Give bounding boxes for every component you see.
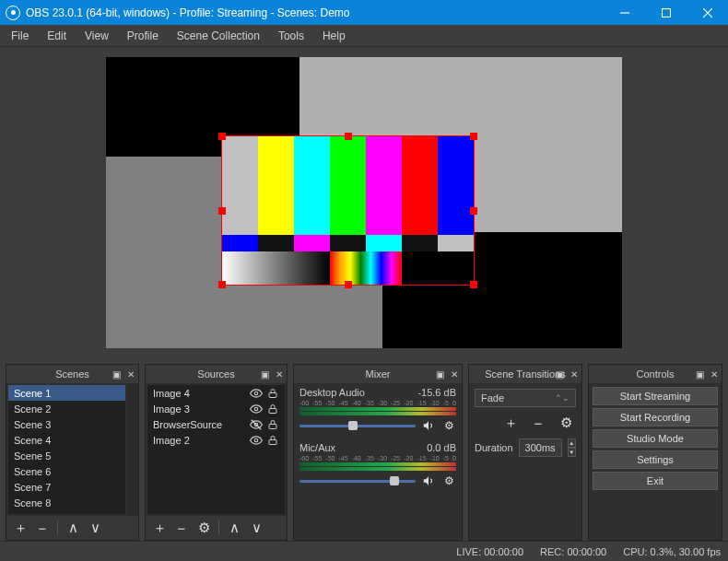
undock-icon[interactable]: ▣ xyxy=(259,368,270,380)
minimize-button[interactable] xyxy=(604,0,645,25)
spin-down-button[interactable]: ▼ xyxy=(568,448,576,457)
lock-icon[interactable] xyxy=(266,418,279,431)
eye-off-icon[interactable] xyxy=(250,418,263,431)
remove-source-button[interactable]: − xyxy=(171,518,192,538)
menu-view[interactable]: View xyxy=(76,25,118,46)
speaker-icon[interactable] xyxy=(421,473,436,488)
add-source-button[interactable]: ＋ xyxy=(149,518,170,538)
add-scene-button[interactable]: ＋ xyxy=(10,518,30,538)
move-source-up-button[interactable]: ∧ xyxy=(224,518,244,538)
menu-profile[interactable]: Profile xyxy=(118,25,168,46)
close-button[interactable] xyxy=(687,0,728,25)
resize-handle[interactable] xyxy=(345,133,352,140)
resize-handle[interactable] xyxy=(470,281,477,288)
control-button-settings[interactable]: Settings xyxy=(593,450,718,469)
spin-up-button[interactable]: ▲ xyxy=(568,438,576,448)
close-icon[interactable]: ✕ xyxy=(709,368,720,380)
control-button-start-recording[interactable]: Start Recording xyxy=(593,408,718,427)
control-button-studio-mode[interactable]: Studio Mode xyxy=(593,429,718,448)
test-card-icon xyxy=(222,136,474,285)
add-transition-button[interactable]: ＋ xyxy=(500,413,521,433)
source-item[interactable]: BrowserSource xyxy=(147,416,285,432)
preview-area[interactable] xyxy=(0,47,728,358)
close-icon[interactable]: ✕ xyxy=(449,368,460,380)
control-button-start-streaming[interactable]: Start Streaming xyxy=(593,387,718,405)
resize-handle[interactable] xyxy=(218,281,226,288)
move-scene-down-button[interactable]: ∨ xyxy=(85,518,105,538)
remove-transition-button[interactable]: − xyxy=(528,413,548,433)
speaker-icon[interactable] xyxy=(421,418,436,433)
menu-file[interactable]: File xyxy=(2,25,38,46)
svg-rect-5 xyxy=(269,392,276,397)
docks-row: Scenes ▣✕ Scene 1Scene 2Scene 3Scene 4Sc… xyxy=(0,358,728,541)
source-properties-button[interactable]: ⚙ xyxy=(194,518,214,538)
controls-panel: Controls ▣✕ Start StreamingStart Recordi… xyxy=(588,364,722,541)
scene-item[interactable]: Scene 7 xyxy=(8,479,125,495)
lock-icon[interactable] xyxy=(266,403,279,415)
volume-slider[interactable] xyxy=(299,425,416,427)
panel-title: Mixer xyxy=(366,368,391,380)
scene-item[interactable]: Scene 6 xyxy=(8,463,125,479)
close-icon[interactable]: ✕ xyxy=(274,368,285,380)
close-icon[interactable]: ✕ xyxy=(125,368,136,380)
menu-tools[interactable]: Tools xyxy=(269,25,313,46)
lock-icon[interactable] xyxy=(266,387,279,400)
scene-item[interactable]: Scene 2 xyxy=(8,401,125,416)
eye-icon[interactable] xyxy=(250,434,263,447)
vu-meter xyxy=(299,407,456,411)
status-cpu: CPU: 0.3%, 30.00 fps xyxy=(623,546,721,557)
transition-properties-button[interactable]: ⚙ xyxy=(556,413,576,433)
status-rec: REC: 00:00:00 xyxy=(540,546,606,557)
close-icon[interactable]: ✕ xyxy=(569,368,580,380)
resize-handle[interactable] xyxy=(470,133,477,140)
obs-app-icon xyxy=(6,6,20,20)
resize-handle[interactable] xyxy=(218,133,226,140)
status-live: LIVE: 00:00:00 xyxy=(456,546,523,557)
channel-name: Desktop Audio xyxy=(299,387,365,398)
move-scene-up-button[interactable]: ∧ xyxy=(63,518,83,538)
undock-icon[interactable]: ▣ xyxy=(111,368,122,380)
menu-edit[interactable]: Edit xyxy=(38,25,76,46)
remove-scene-button[interactable]: − xyxy=(32,518,53,538)
vu-meter xyxy=(299,462,456,466)
window-title: OBS 23.0.1 (64-bit, windows) - Profile: … xyxy=(26,6,604,19)
scene-item[interactable]: Scene 1 xyxy=(8,385,125,401)
source-item[interactable]: Image 2 xyxy=(147,432,285,448)
eye-icon[interactable] xyxy=(250,387,263,400)
scene-item[interactable]: Scene 4 xyxy=(8,432,125,448)
transition-select[interactable]: Fade ⌃⌄ xyxy=(475,389,576,407)
mixer-channel: Desktop Audio-15.6 dB-60-55-50-45-40-35-… xyxy=(299,387,456,433)
sources-list[interactable]: Image 4Image 3BrowserSourceImage 2 xyxy=(147,385,285,514)
scene-item[interactable]: Scene 5 xyxy=(8,448,125,463)
duration-input[interactable]: 300ms xyxy=(519,438,562,457)
lock-icon[interactable] xyxy=(266,434,279,447)
resize-handle[interactable] xyxy=(470,207,477,215)
scene-item[interactable]: Scene 8 xyxy=(8,495,125,510)
selected-source-image-4[interactable] xyxy=(221,135,475,286)
gear-icon[interactable]: ⚙ xyxy=(441,473,456,488)
maximize-button[interactable] xyxy=(645,0,687,25)
move-source-down-button[interactable]: ∨ xyxy=(246,518,266,538)
gear-icon[interactable]: ⚙ xyxy=(441,418,456,433)
scene-item[interactable]: Scene 3 xyxy=(8,416,125,432)
control-button-exit[interactable]: Exit xyxy=(593,472,718,490)
svg-rect-7 xyxy=(269,408,276,413)
undock-icon[interactable]: ▣ xyxy=(554,368,565,380)
undock-icon[interactable]: ▣ xyxy=(434,368,445,380)
svg-point-6 xyxy=(254,407,258,411)
undock-icon[interactable]: ▣ xyxy=(694,368,705,380)
volume-slider[interactable] xyxy=(299,480,416,483)
source-item[interactable]: Image 4 xyxy=(147,385,285,401)
resize-handle[interactable] xyxy=(218,207,226,215)
eye-icon[interactable] xyxy=(250,403,263,415)
resize-handle[interactable] xyxy=(345,281,352,288)
scrollbar[interactable] xyxy=(127,383,138,516)
menu-scene-collection[interactable]: Scene Collection xyxy=(168,25,269,46)
svg-rect-12 xyxy=(269,439,276,444)
menu-help[interactable]: Help xyxy=(313,25,355,46)
status-bar: LIVE: 00:00:00 REC: 00:00:00 CPU: 0.3%, … xyxy=(0,541,728,561)
scenes-list[interactable]: Scene 1Scene 2Scene 3Scene 4Scene 5Scene… xyxy=(8,385,125,514)
source-item[interactable]: Image 3 xyxy=(147,401,285,416)
preview-canvas[interactable] xyxy=(106,57,622,348)
transition-current: Fade xyxy=(481,392,504,403)
